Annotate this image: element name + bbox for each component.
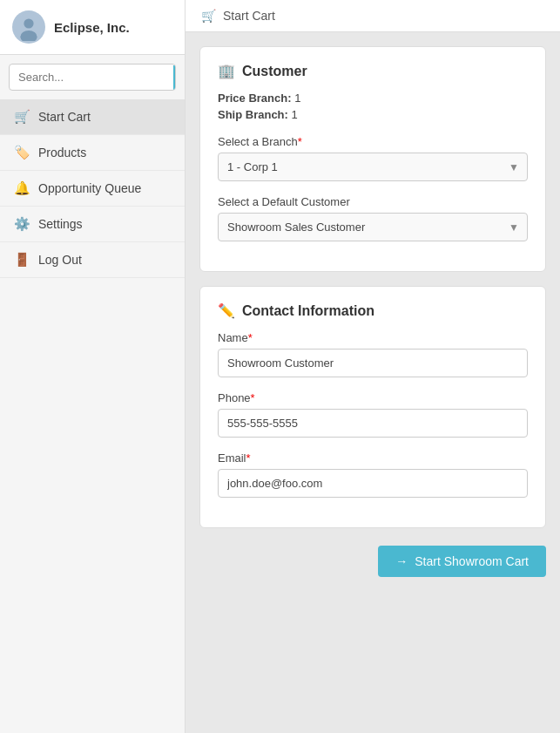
search-button[interactable] <box>173 65 176 90</box>
name-required-marker: * <box>248 331 253 344</box>
logout-icon: 🚪 <box>14 252 30 268</box>
email-label: Email* <box>218 451 528 465</box>
phone-label: Phone* <box>218 391 528 404</box>
contact-card-title: ✏️ Contact Information <box>218 302 528 319</box>
page-header-icon: 🛒 <box>201 9 216 23</box>
customer-select-label: Select a Default Customer <box>218 195 528 208</box>
branch-select-wrap: 1 - Corp 1 2 - Corp 2 3 - Corp 3 ▼ <box>218 153 528 181</box>
sidebar-nav: 🛒 Start Cart 🏷️ Products 🔔 Opportunity Q… <box>0 99 185 278</box>
sidebar-header: Eclipse, Inc. <box>0 0 185 55</box>
phone-input[interactable] <box>218 409 528 438</box>
email-input[interactable] <box>218 469 528 498</box>
content-area: 🏢 Customer Price Branch: 1 Ship Branch: … <box>186 32 560 542</box>
sidebar-item-label-settings: Settings <box>38 217 83 231</box>
main-content: 🛒 Start Cart 🏢 Customer Price Branch: 1 … <box>186 0 560 733</box>
contact-card-icon: ✏️ <box>218 302 235 319</box>
cart-icon: 🛒 <box>14 109 30 125</box>
name-field-group: Name* <box>218 331 528 377</box>
action-row: → Start Showroom Cart <box>186 542 560 591</box>
branch-select[interactable]: 1 - Corp 1 2 - Corp 2 3 - Corp 3 <box>218 153 528 181</box>
search-input[interactable] <box>10 64 173 90</box>
email-field-group: Email* <box>218 451 528 498</box>
branch-required-marker: * <box>298 135 302 148</box>
sidebar-item-settings[interactable]: ⚙️ Settings <box>0 207 185 242</box>
start-showroom-cart-button[interactable]: → Start Showroom Cart <box>378 546 546 577</box>
phone-field-group: Phone* <box>218 391 528 438</box>
sidebar-item-start-cart[interactable]: 🛒 Start Cart <box>0 99 185 135</box>
page-header: 🛒 Start Cart <box>186 0 560 32</box>
tag-icon: 🏷️ <box>14 145 30 160</box>
page-title: Start Cart <box>223 9 275 23</box>
bell-icon: 🔔 <box>14 180 30 196</box>
customer-select-wrap: Showroom Sales Customer Direct Customer … <box>218 213 528 241</box>
name-label: Name* <box>218 331 528 344</box>
branch-info: Price Branch: 1 Ship Branch: 1 <box>218 92 528 121</box>
sidebar-item-label-products: Products <box>38 146 86 159</box>
name-input[interactable] <box>218 349 528 377</box>
price-branch-row: Price Branch: 1 <box>218 92 528 105</box>
avatar <box>12 10 45 44</box>
sidebar-item-opportunity-queue[interactable]: 🔔 Opportunity Queue <box>0 171 185 207</box>
sidebar-item-label-start-cart: Start Cart <box>38 110 91 124</box>
sidebar-item-label-log-out: Log Out <box>38 253 82 267</box>
sidebar-item-products[interactable]: 🏷️ Products <box>0 135 185 171</box>
gear-icon: ⚙️ <box>14 216 30 232</box>
contact-card: ✏️ Contact Information Name* Phone* Emai… <box>199 286 546 528</box>
customer-select[interactable]: Showroom Sales Customer Direct Customer … <box>218 213 528 241</box>
company-name: Eclipse, Inc. <box>54 20 130 35</box>
customer-card: 🏢 Customer Price Branch: 1 Ship Branch: … <box>199 46 546 272</box>
sidebar: Eclipse, Inc. 🛒 Start Cart 🏷️ Products 🔔… <box>0 0 186 733</box>
search-bar <box>9 64 176 91</box>
branch-select-group: Select a Branch* 1 - Corp 1 2 - Corp 2 3… <box>218 135 528 181</box>
svg-point-1 <box>24 18 33 28</box>
email-required-marker: * <box>246 451 251 465</box>
customer-card-title: 🏢 Customer <box>218 63 528 79</box>
start-button-arrow-icon: → <box>395 554 408 568</box>
sidebar-item-log-out[interactable]: 🚪 Log Out <box>0 242 185 278</box>
branch-label: Select a Branch* <box>218 135 528 148</box>
phone-required-marker: * <box>251 391 255 404</box>
customer-select-group: Select a Default Customer Showroom Sales… <box>218 195 528 241</box>
sidebar-item-label-opportunity-queue: Opportunity Queue <box>38 181 141 195</box>
ship-branch-row: Ship Branch: 1 <box>218 108 528 121</box>
customer-card-icon: 🏢 <box>218 63 235 79</box>
